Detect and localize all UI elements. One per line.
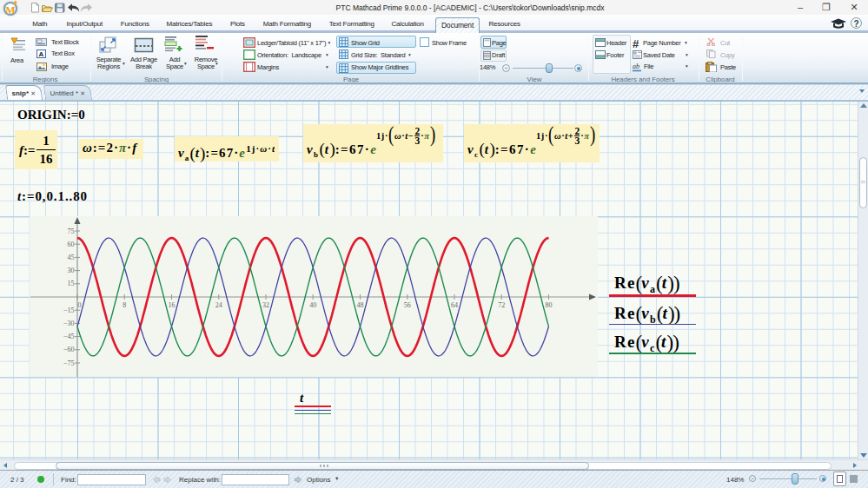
svg-text:60: 60 <box>68 241 75 248</box>
svg-text:45: 45 <box>68 254 75 261</box>
svg-text:72: 72 <box>498 301 505 309</box>
svg-text:40: 40 <box>309 301 316 309</box>
svg-text:−60: −60 <box>63 346 75 353</box>
svg-text:−75: −75 <box>63 359 75 367</box>
svg-text:75: 75 <box>68 228 75 235</box>
svg-text:−15: −15 <box>63 307 75 314</box>
svg-text:30: 30 <box>68 267 75 274</box>
svg-text:A: A <box>39 50 44 58</box>
svg-text:0: 0 <box>78 301 82 309</box>
svg-text:32: 32 <box>262 301 269 309</box>
svg-text:−45: −45 <box>63 333 75 340</box>
svg-text:48: 48 <box>357 301 364 309</box>
svg-text:ab: ab <box>633 63 639 70</box>
svg-text:64: 64 <box>451 301 458 309</box>
svg-text:16: 16 <box>169 301 176 309</box>
svg-text:−30: −30 <box>63 320 75 327</box>
svg-text:56: 56 <box>404 301 411 309</box>
svg-text:8: 8 <box>123 301 126 309</box>
svg-text:15: 15 <box>68 280 75 287</box>
svg-text:80: 80 <box>546 301 553 309</box>
svg-text:24: 24 <box>215 301 222 309</box>
